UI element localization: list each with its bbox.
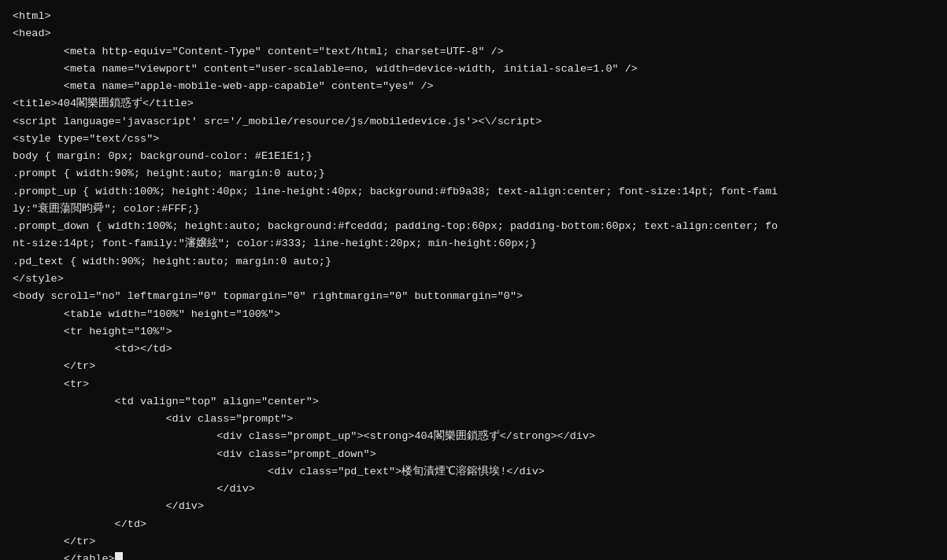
code-line: <div class="prompt_down">	[13, 446, 934, 463]
code-line: <meta http-equiv="Content-Type" content=…	[13, 43, 934, 61]
code-line: <title>404閣樂囲鎖惑ず</title>	[13, 95, 934, 112]
code-line: <meta name="apple-mobile-web-app-capable…	[13, 78, 934, 95]
code-line: nt-size:14pt; font-family:"瀋嬢絃"; color:#…	[13, 235, 934, 252]
code-line: .prompt_up { width:100%; height:40px; li…	[13, 183, 934, 201]
code-viewer: <html><head> <meta http-equiv="Content-T…	[0, 0, 947, 560]
code-line: .pd_text { width:90%; height:auto; margi…	[13, 253, 934, 271]
code-line: <div class="prompt">	[13, 411, 934, 428]
code-line: .prompt { width:90%; height:auto; margin…	[13, 165, 934, 182]
code-line: </div>	[13, 498, 934, 515]
code-line: <td></td>	[13, 341, 934, 358]
code-line: body { margin: 0px; background-color: #E…	[13, 148, 934, 165]
code-line: </td>	[13, 516, 934, 533]
code-line: .prompt_down { width:100%; height:auto; …	[13, 218, 934, 235]
code-line: <div class="pd_text">楼旬漬煙℃溶鎔惧埃!</div>	[13, 463, 934, 481]
code-line: <table width="100%" height="100%">	[13, 306, 934, 323]
code-line: </style>	[13, 271, 934, 288]
text-cursor	[115, 552, 123, 560]
code-line: </tr>	[13, 358, 934, 375]
code-line: <td valign="top" align="center">	[13, 393, 934, 411]
code-line: <html>	[13, 8, 934, 25]
code-line: <style type="text/css">	[13, 131, 934, 148]
code-line: <tr>	[13, 376, 934, 393]
code-line: <script language='javascript' src='/_mob…	[13, 113, 934, 131]
code-line: <div class="prompt_up"><strong>404閣樂囲鎖惑ず…	[13, 428, 934, 445]
code-line: <meta name="viewport" content="user-scal…	[13, 61, 934, 78]
code-line: <tr height="10%">	[13, 323, 934, 341]
code-line: <body scroll="no" leftmargin="0" topmarg…	[13, 288, 934, 305]
code-line: </table>	[13, 551, 934, 560]
code-line: </tr>	[13, 533, 934, 551]
code-line: <head>	[13, 25, 934, 42]
code-line: ly:"衰囲蕩閲昀舜"; color:#FFF;}	[13, 201, 934, 218]
code-line: </div>	[13, 481, 934, 498]
